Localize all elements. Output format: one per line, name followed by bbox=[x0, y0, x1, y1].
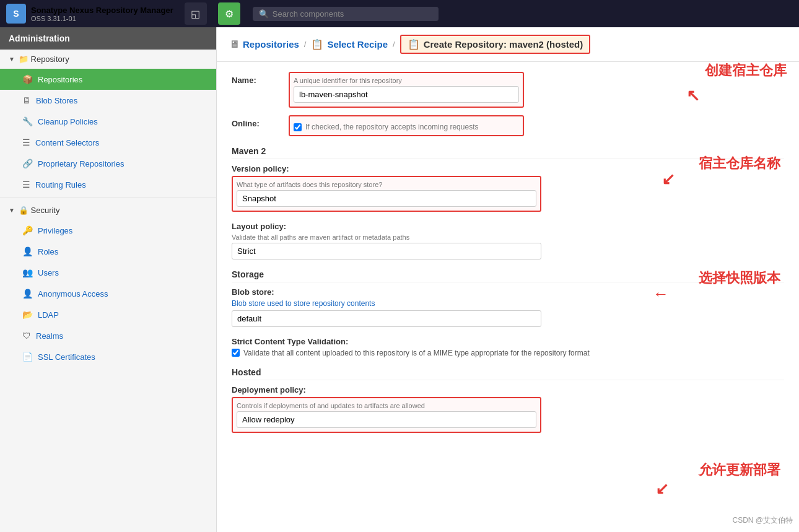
sidebar-section-security[interactable]: ▼ 🔒 Security bbox=[0, 201, 216, 220]
sidebar-item-content-selectors[interactable]: ☰ Content Selectors bbox=[0, 132, 216, 153]
breadcrumb-repos-label: Repositories bbox=[243, 39, 299, 50]
sidebar-item-label: Realms bbox=[36, 331, 63, 341]
deployment-policy-section: Deployment policy: Controls if deploymen… bbox=[232, 385, 784, 433]
storage-section-title: Storage bbox=[232, 269, 784, 282]
recipe-bc-icon: 📋 bbox=[311, 38, 323, 50]
routing-icon: ☰ bbox=[22, 180, 30, 190]
gear-icon[interactable]: ⚙ bbox=[218, 2, 240, 25]
content-selectors-icon: ☰ bbox=[22, 137, 30, 147]
online-checkbox-row: If checked, the repository accepts incom… bbox=[294, 123, 519, 131]
breadcrumb-select-recipe[interactable]: 📋 Select Recipe bbox=[311, 38, 388, 50]
sidebar-item-roles[interactable]: 👤 Roles bbox=[0, 241, 216, 262]
privileges-icon: 🔑 bbox=[22, 225, 33, 235]
content-wrapper: 🖥 Repositories / 📋 Select Recipe / 📋 Cre… bbox=[217, 27, 799, 532]
blob-store-label: Blob store: bbox=[232, 287, 784, 297]
brand-info: Sonatype Nexus Repository Manager OSS 3.… bbox=[31, 6, 173, 22]
online-hint: If checked, the repository accepts incom… bbox=[305, 123, 478, 131]
content-area: 🖥 Repositories / 📋 Select Recipe / 📋 Cre… bbox=[217, 27, 799, 532]
sidebar-item-ldap[interactable]: 📂 LDAP bbox=[0, 304, 216, 325]
name-field-group: A unique identifier for this repository bbox=[289, 72, 784, 108]
name-label: Name: bbox=[232, 72, 281, 85]
breadcrumb-create-label: Create Repository: maven2 (hosted) bbox=[424, 39, 583, 50]
roles-icon: 👤 bbox=[22, 246, 33, 256]
sidebar-item-label: Roles bbox=[38, 247, 58, 256]
annotation-arrow-redeploy: ↙ bbox=[655, 479, 669, 499]
cleanup-icon: 🔧 bbox=[22, 116, 33, 126]
sidebar-item-blob-stores[interactable]: 🖥 Blob Stores bbox=[0, 90, 216, 111]
deployment-policy-hint: Controls if deployments of and updates t… bbox=[237, 402, 536, 409]
sidebar-item-label: Users bbox=[38, 268, 59, 277]
breadcrumb-repositories[interactable]: 🖥 Repositories bbox=[229, 39, 299, 50]
sidebar-item-proprietary-repos[interactable]: 🔗 Proprietary Repositories bbox=[0, 153, 216, 174]
divider bbox=[0, 198, 216, 198]
topbar: S Sonatype Nexus Repository Manager OSS … bbox=[0, 0, 799, 27]
sidebar-item-repositories[interactable]: 📦 Repositories bbox=[0, 69, 216, 90]
search-input[interactable] bbox=[273, 9, 432, 19]
sidebar-item-ssl-certificates[interactable]: 📄 SSL Certificates bbox=[0, 346, 216, 367]
strict-content-section: Strict Content Type Validation: Validate… bbox=[232, 337, 784, 357]
form-content: Name: A unique identifier for this repos… bbox=[217, 62, 799, 453]
blob-store-hint: Blob store used to store repository cont… bbox=[232, 299, 784, 308]
layout-policy-label: Layout policy: bbox=[232, 222, 784, 231]
online-label: Online: bbox=[232, 115, 281, 128]
online-checkbox[interactable] bbox=[294, 123, 302, 131]
name-input[interactable] bbox=[294, 86, 519, 103]
realms-icon: 🛡 bbox=[22, 331, 31, 341]
online-field-group: If checked, the repository accepts incom… bbox=[289, 115, 784, 136]
sidebar-item-label: Proprietary Repositories bbox=[38, 159, 124, 168]
brand-version: OSS 3.31.1-01 bbox=[31, 15, 173, 22]
deployment-policy-label: Deployment policy: bbox=[232, 385, 784, 395]
breadcrumb-sep-2: / bbox=[393, 40, 395, 49]
strict-content-checkbox-row: Validate that all content uploaded to th… bbox=[232, 349, 784, 357]
version-policy-section: Version policy: What type of artifacts d… bbox=[232, 164, 784, 212]
sidebar-header: Administration bbox=[0, 27, 216, 50]
cube-icon[interactable]: ◱ bbox=[185, 2, 207, 25]
hosted-section-title: Hosted bbox=[232, 367, 784, 380]
sidebar-item-realms[interactable]: 🛡 Realms bbox=[0, 325, 216, 346]
search-bar[interactable]: 🔍 bbox=[253, 7, 439, 21]
sidebar-section-repository[interactable]: ▼ 📁 Repository bbox=[0, 50, 216, 69]
version-policy-hint: What type of artifacts does this reposit… bbox=[237, 181, 536, 188]
main-layout: Administration ▼ 📁 Repository 📦 Reposito… bbox=[0, 27, 799, 532]
brand-logo-text: S bbox=[13, 9, 19, 19]
name-row: Name: A unique identifier for this repos… bbox=[232, 72, 784, 108]
brand-title: Sonatype Nexus Repository Manager bbox=[31, 6, 173, 15]
brand-logo: S bbox=[6, 4, 26, 24]
breadcrumb-create-repo[interactable]: 📋 Create Repository: maven2 (hosted) bbox=[400, 35, 591, 54]
annotation-allow-redeploy: 允许更新部署 bbox=[699, 461, 780, 479]
sidebar-item-anonymous-access[interactable]: 👤 Anonymous Access bbox=[0, 283, 216, 304]
sidebar: Administration ▼ 📁 Repository 📦 Reposito… bbox=[0, 27, 217, 532]
version-policy-label: Version policy: bbox=[232, 164, 784, 173]
maven2-section-title: Maven 2 bbox=[232, 146, 784, 159]
search-icon: 🔍 bbox=[259, 9, 269, 19]
repositories-icon: 📦 bbox=[22, 74, 33, 84]
deployment-policy-input[interactable] bbox=[237, 411, 536, 428]
name-hint: A unique identifier for this repository bbox=[294, 77, 519, 84]
strict-content-checkbox[interactable] bbox=[232, 349, 240, 357]
online-row: Online: If checked, the repository accep… bbox=[232, 115, 784, 136]
sidebar-item-routing-rules[interactable]: ☰ Routing Rules bbox=[0, 174, 216, 195]
sidebar-item-label: SSL Certificates bbox=[38, 352, 95, 362]
sidebar-item-users[interactable]: 👥 Users bbox=[0, 262, 216, 283]
proprietary-icon: 🔗 bbox=[22, 159, 33, 168]
strict-content-hint: Validate that all content uploaded to th… bbox=[243, 349, 590, 357]
sidebar-item-label: Content Selectors bbox=[35, 138, 99, 147]
brand: S Sonatype Nexus Repository Manager OSS … bbox=[6, 4, 173, 24]
version-policy-input[interactable] bbox=[237, 190, 536, 207]
sidebar-item-label: Cleanup Policies bbox=[38, 117, 98, 126]
sidebar-item-privileges[interactable]: 🔑 Privileges bbox=[0, 220, 216, 241]
sidebar-item-label: Anonymous Access bbox=[38, 289, 108, 299]
sidebar-section-label: 📁 Repository bbox=[19, 55, 69, 64]
layout-policy-section: Layout policy: Validate that all paths a… bbox=[232, 222, 784, 259]
sidebar-item-label: Blob Stores bbox=[36, 96, 77, 105]
strict-content-label: Strict Content Type Validation: bbox=[232, 337, 784, 346]
blob-store-input[interactable] bbox=[232, 310, 541, 327]
layout-policy-hint: Validate that all paths are maven artifa… bbox=[232, 233, 784, 241]
arrow-icon: ▼ bbox=[9, 56, 15, 63]
ldap-icon: 📂 bbox=[22, 310, 33, 320]
breadcrumb-recipe-label: Select Recipe bbox=[327, 39, 388, 50]
sidebar-item-label: Routing Rules bbox=[35, 180, 86, 190]
layout-policy-input[interactable] bbox=[232, 243, 541, 259]
sidebar-item-label: LDAP bbox=[38, 310, 59, 320]
sidebar-item-cleanup-policies[interactable]: 🔧 Cleanup Policies bbox=[0, 111, 216, 132]
